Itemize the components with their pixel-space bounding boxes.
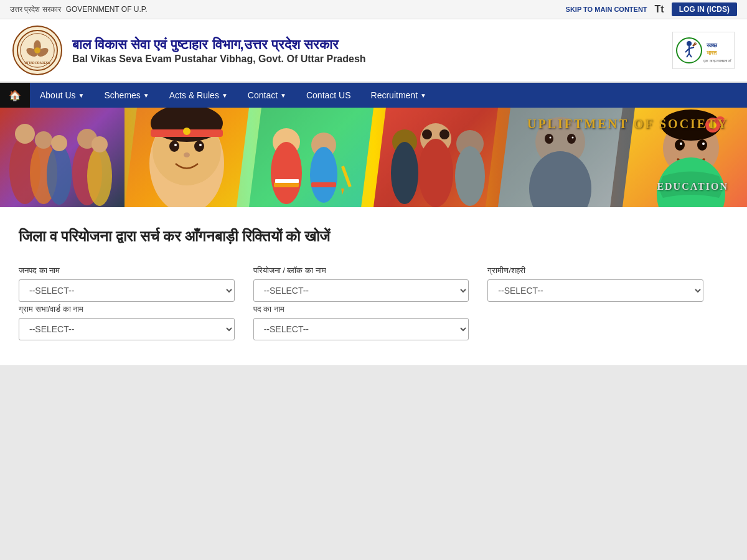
- svg-rect-46: [275, 179, 299, 183]
- utility-bar: उत्तर प्रदेश सरकार GOVERNMENT OF U.P. SK…: [0, 0, 747, 19]
- education-text: EDUCATION: [527, 181, 728, 192]
- header-title: बाल विकास सेवा एवं पुष्टाहार विभाग,उत्तर…: [72, 36, 366, 65]
- empty-column: [487, 304, 703, 340]
- svg-point-56: [455, 146, 485, 206]
- svg-point-39: [183, 128, 190, 135]
- grameen-group: ग्रामीण/शहरी --SELECT--: [487, 266, 703, 302]
- search-form-row2: ग्राम सभा/वार्ड का नाम --SELECT-- पद का …: [19, 304, 703, 340]
- schemes-chevron-icon: ▼: [143, 92, 149, 99]
- contact-chevron-icon: ▼: [280, 92, 286, 99]
- svg-point-33: [194, 141, 204, 152]
- svg-point-29: [92, 136, 108, 152]
- site-header: UTTAR PRADESH बाल विकास सेवा एवं पुष्टाह…: [0, 19, 747, 83]
- nav-schemes[interactable]: Schemes ▼: [95, 83, 159, 108]
- recruitment-chevron-icon: ▼: [420, 92, 426, 99]
- svg-point-24: [47, 145, 72, 205]
- banner-overlay-text: UPLIFTMENT OF SOCIETY EDUCATION: [527, 117, 728, 192]
- acts-rules-chevron-icon: ▼: [222, 92, 228, 99]
- gramsabha-label: ग्राम सभा/वार्ड का नाम: [19, 304, 235, 314]
- pad-select[interactable]: --SELECT--: [253, 318, 469, 340]
- svg-point-21: [15, 124, 35, 144]
- grameen-select[interactable]: --SELECT--: [487, 279, 703, 302]
- utility-bar-left: उत्तर प्रदेश सरकार GOVERNMENT OF U.P.: [10, 5, 148, 14]
- site-title-english: Bal Vikas Seva Evam Pustahar Vibhag, Gov…: [72, 54, 366, 65]
- svg-point-28: [87, 146, 112, 206]
- svg-rect-40: [249, 108, 374, 207]
- govt-english-label: GOVERNMENT OF U.P.: [66, 5, 148, 14]
- svg-point-35: [199, 144, 202, 146]
- banner-segment-4: [374, 108, 498, 207]
- svg-point-52: [391, 142, 418, 204]
- gramsabha-select[interactable]: --SELECT--: [19, 318, 235, 340]
- svg-point-32: [169, 141, 179, 152]
- govt-hindi-label: उत्तर प्रदेश सरकार: [10, 5, 61, 14]
- svg-point-9: [687, 41, 692, 46]
- upliftment-text: UPLIFTMENT OF SOCIETY: [527, 117, 728, 131]
- pariyojana-group: परियोजना / ब्लॉक का नाम --SELECT--: [253, 266, 469, 302]
- svg-rect-45: [274, 182, 299, 187]
- banner-segment-2: [125, 108, 249, 207]
- home-nav-button[interactable]: 🏠: [0, 83, 30, 108]
- janpad-group: जनपद का नाम --SELECT--: [19, 266, 235, 302]
- svg-text:स्वच्छ: स्वच्छ: [706, 42, 718, 49]
- utility-bar-right: SKIP TO MAIN CONTENT Tt LOG IN (ICDS): [566, 2, 737, 16]
- about-us-chevron-icon: ▼: [78, 92, 85, 99]
- header-left: UTTAR PRADESH बाल विकास सेवा एवं पुष्टाह…: [12, 26, 366, 75]
- svg-point-58: [439, 129, 449, 139]
- svg-point-34: [174, 144, 177, 146]
- svg-point-25: [51, 135, 67, 151]
- banner-segment-1: [0, 108, 125, 207]
- nav-contact[interactable]: Contact ▼: [238, 83, 296, 108]
- svg-point-57: [422, 129, 432, 139]
- svg-point-44: [310, 147, 337, 203]
- search-form: जनपद का नाम --SELECT-- परियोजना / ब्लॉक …: [19, 266, 703, 302]
- grameen-label: ग्रामीण/शहरी: [487, 266, 703, 276]
- svg-text:एक कदम स्वच्छता की ओर: एक कदम स्वच्छता की ओर: [703, 58, 731, 63]
- pariyojana-select[interactable]: --SELECT--: [253, 279, 469, 302]
- svg-point-5: [34, 47, 40, 54]
- login-button[interactable]: LOG IN (ICDS): [672, 2, 737, 16]
- up-emblem: UTTAR PRADESH: [12, 26, 62, 75]
- svg-text:भारत: भारत: [707, 50, 717, 56]
- gramsabha-group: ग्राम सभा/वार्ड का नाम --SELECT--: [19, 304, 235, 340]
- nav-recruitment[interactable]: Recruitment ▼: [361, 83, 436, 108]
- banner-segment-3: [249, 108, 374, 207]
- pad-group: पद का नाम --SELECT--: [253, 304, 469, 340]
- site-title-hindi: बाल विकास सेवा एवं पुष्टाहार विभाग,उत्तर…: [72, 36, 366, 54]
- svg-point-54: [418, 139, 453, 207]
- svg-rect-47: [311, 182, 336, 187]
- janpad-select[interactable]: --SELECT--: [19, 279, 235, 302]
- pad-label: पद का नाम: [253, 304, 469, 314]
- svg-point-42: [271, 142, 302, 204]
- svg-point-23: [35, 131, 52, 149]
- nav-acts-rules[interactable]: Acts & Rules ▼: [159, 83, 238, 108]
- skip-to-main-link[interactable]: SKIP TO MAIN CONTENT: [566, 6, 647, 13]
- pariyojana-label: परियोजना / ब्लॉक का नाम: [253, 266, 469, 276]
- svg-text:UTTAR PRADESH: UTTAR PRADESH: [24, 62, 50, 65]
- main-content: जिला व परियोजना द्वारा सर्च कर आँगनबाड़ी…: [0, 207, 747, 365]
- hero-banner: UPLIFTMENT OF SOCIETY EDUCATION: [0, 108, 747, 207]
- search-heading: जिला व परियोजना द्वारा सर्च कर आँगनबाड़ी…: [19, 226, 728, 247]
- nav-contact-us[interactable]: Contact US: [296, 83, 361, 108]
- janpad-label: जनपद का नाम: [19, 266, 235, 276]
- swachh-bharat-logo: स्वच्छ भारत एक कदम स्वच्छता की ओर: [672, 32, 735, 69]
- svg-point-36: [184, 152, 190, 157]
- main-navbar: 🏠 About Us ▼ Schemes ▼ Acts & Rules ▼ Co…: [0, 83, 747, 108]
- text-size-icon[interactable]: Tt: [655, 4, 664, 15]
- nav-about-us[interactable]: About Us ▼: [30, 83, 95, 108]
